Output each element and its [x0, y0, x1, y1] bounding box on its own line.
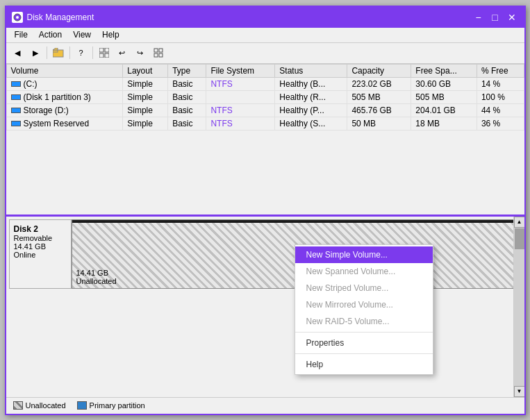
- redo-button[interactable]: ↪: [132, 45, 149, 60]
- vol-icon: [11, 94, 21, 100]
- vol-icon: [11, 81, 21, 87]
- volume-table: Volume Layout Type File System Status Ca…: [6, 64, 524, 131]
- table-row[interactable]: Storage (D:) Simple Basic NTFS Healthy (…: [6, 103, 524, 117]
- forward-button[interactable]: ▶: [27, 45, 44, 60]
- legend-unallocated: Unallocated: [13, 401, 66, 410]
- context-menu-new-raid5: New RAID-5 Volume...: [295, 313, 433, 330]
- svg-rect-6: [105, 48, 109, 52]
- help-toolbar-button[interactable]: ?: [73, 45, 90, 60]
- svg-rect-5: [99, 48, 103, 52]
- vol-icon: [11, 121, 21, 126]
- context-menu-new-spanned: New Spanned Volume...: [295, 263, 433, 280]
- window-title: Disk Management: [27, 12, 94, 22]
- cell-type: Basic: [168, 90, 206, 103]
- cell-fs: NTFS: [206, 103, 275, 117]
- table-row[interactable]: (Disk 1 partition 3) Simple Basic Health…: [6, 90, 524, 103]
- cell-volume: (Disk 1 partition 3): [6, 90, 123, 103]
- cell-status: Healthy (B...: [275, 77, 347, 90]
- scroll-down[interactable]: ▼: [514, 386, 524, 397]
- menu-view[interactable]: View: [67, 28, 97, 41]
- disk-name: Disk 2: [14, 224, 67, 234]
- window-icon: [12, 12, 23, 23]
- menu-bar: File Action View Help: [6, 28, 524, 43]
- cell-capacity: 465.76 GB: [347, 103, 411, 117]
- cell-fs: [206, 90, 275, 103]
- cell-free: 18 MB: [411, 117, 477, 130]
- context-sep-1: [295, 332, 433, 333]
- cell-status: Healthy (P...: [275, 103, 347, 117]
- cell-layout: Simple: [123, 77, 168, 90]
- context-menu-properties[interactable]: Properties: [295, 335, 433, 351]
- cell-volume: (C:): [6, 77, 123, 90]
- folder-button[interactable]: [50, 45, 67, 60]
- cell-volume: System Reserved: [6, 117, 123, 130]
- col-status[interactable]: Status: [275, 64, 347, 77]
- context-menu-help[interactable]: Help: [295, 356, 433, 373]
- refresh-button[interactable]: [150, 45, 167, 60]
- svg-marker-4: [53, 48, 58, 50]
- title-controls: − □ ✕: [472, 10, 519, 24]
- scroll-up[interactable]: ▲: [514, 217, 524, 228]
- cell-fs: NTFS: [206, 117, 275, 130]
- col-layout[interactable]: Layout: [123, 64, 168, 77]
- main-content: Volume Layout Type File System Status Ca…: [6, 64, 524, 414]
- cell-layout: Simple: [123, 103, 168, 117]
- menu-action[interactable]: Action: [33, 28, 67, 41]
- context-menu: New Simple Volume... New Spanned Volume.…: [295, 244, 433, 375]
- col-volume[interactable]: Volume: [6, 64, 123, 77]
- col-fs[interactable]: File System: [206, 64, 275, 77]
- cell-fs: NTFS: [206, 77, 275, 90]
- legend-primary: Primary partition: [77, 401, 145, 410]
- legend-bar: Unallocated Primary partition: [6, 397, 524, 414]
- col-type[interactable]: Type: [168, 64, 206, 77]
- table-row[interactable]: System Reserved Simple Basic NTFS Health…: [6, 117, 524, 130]
- svg-rect-8: [105, 53, 109, 58]
- toolbar-sep-1: [47, 47, 47, 59]
- grid-button[interactable]: [96, 45, 113, 60]
- cell-pct: 14 %: [477, 77, 524, 90]
- cell-type: Basic: [168, 117, 206, 130]
- legend-unallocated-label: Unallocated: [26, 401, 66, 410]
- toolbar: ◀ ▶ ? ↩ ↪: [6, 43, 524, 64]
- svg-rect-11: [154, 53, 158, 57]
- svg-point-1: [16, 16, 19, 19]
- col-free[interactable]: Free Spa...: [411, 64, 477, 77]
- close-button[interactable]: ✕: [505, 10, 519, 24]
- context-menu-new-mirrored: New Mirrored Volume...: [295, 296, 433, 313]
- col-capacity[interactable]: Capacity: [347, 64, 411, 77]
- cell-free: 204.01 GB: [411, 103, 477, 117]
- cell-layout: Simple: [123, 90, 168, 103]
- scrollbar[interactable]: ▲ ▼: [513, 217, 524, 397]
- cell-free: 30.60 GB: [411, 77, 477, 90]
- undo-button[interactable]: ↩: [114, 45, 131, 60]
- context-menu-new-simple[interactable]: New Simple Volume...: [295, 246, 433, 263]
- minimize-button[interactable]: −: [472, 10, 486, 24]
- scroll-track[interactable]: [514, 228, 524, 386]
- disk-size: 14.41 GB: [14, 242, 67, 251]
- disk-row: Disk 2 Removable 14.41 GB Online 14.41 G…: [9, 219, 522, 289]
- cell-free: 505 MB: [411, 90, 477, 103]
- cell-status: Healthy (S...: [275, 117, 347, 130]
- cell-capacity: 505 MB: [347, 90, 411, 103]
- cell-volume: Storage (D:): [6, 103, 123, 117]
- context-sep-2: [295, 353, 433, 354]
- menu-help[interactable]: Help: [97, 28, 125, 41]
- cell-type: Basic: [168, 77, 206, 90]
- legend-unallocated-box: [13, 401, 23, 410]
- col-pct[interactable]: % Free: [477, 64, 524, 77]
- table-row[interactable]: (C:) Simple Basic NTFS Healthy (B... 223…: [6, 77, 524, 90]
- cell-capacity: 223.02 GB: [347, 77, 411, 90]
- disk-area-wrapper: Disk 2 Removable 14.41 GB Online 14.41 G…: [6, 217, 524, 414]
- disk-area: Disk 2 Removable 14.41 GB Online 14.41 G…: [6, 217, 524, 397]
- svg-rect-10: [159, 49, 163, 52]
- back-button[interactable]: ◀: [9, 45, 26, 60]
- menu-file[interactable]: File: [9, 28, 33, 41]
- maximize-button[interactable]: □: [488, 10, 502, 24]
- cell-pct: 100 %: [477, 90, 524, 103]
- disk-status: Online: [14, 251, 67, 259]
- svg-rect-9: [154, 49, 158, 52]
- cell-capacity: 50 MB: [347, 117, 411, 130]
- main-window: Disk Management − □ ✕ File Action View H…: [5, 6, 526, 415]
- cell-status: Healthy (R...: [275, 90, 347, 103]
- scroll-thumb[interactable]: [515, 228, 524, 249]
